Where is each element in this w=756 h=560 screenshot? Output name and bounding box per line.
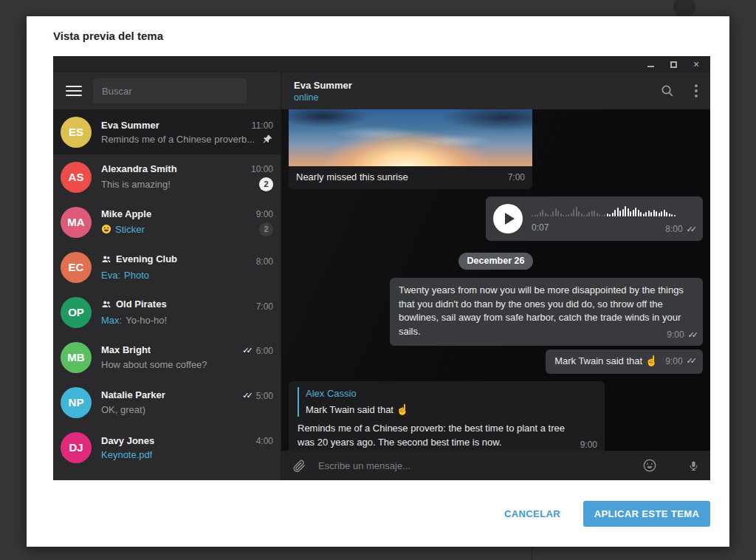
point-up-emoji: ☝	[645, 355, 658, 366]
voice-waveform[interactable]	[532, 203, 693, 216]
photo-message[interactable]: Nearly missed this sunrise 7:00	[289, 109, 532, 189]
emoji-icon[interactable]	[642, 458, 657, 473]
dimmed-background-avatar	[673, 0, 695, 18]
microphone-icon[interactable]	[688, 458, 699, 474]
search-input[interactable]	[102, 86, 238, 97]
telegram-preview-window: × ES Eva Summer	[53, 56, 710, 480]
read-checkmarks-icon: ✓✓	[687, 224, 694, 236]
quoted-text: Mark Twain said that ☝	[306, 403, 596, 417]
smiley-emoji	[101, 224, 111, 234]
snippet-text: Keynote.pdf	[101, 449, 152, 460]
chat-list-sidebar: ES Eva Summer 11:00 Reminds me of a Chin…	[53, 72, 281, 480]
kebab-menu-icon[interactable]	[695, 84, 698, 98]
search-box[interactable]	[93, 78, 247, 103]
message-time: 9:00	[667, 329, 684, 341]
snippet-text: Yo-ho-ho!	[126, 315, 167, 326]
chat-time: 5:00	[256, 391, 273, 401]
chat-list-item[interactable]: OP Old Pirates 7:00	[53, 290, 281, 335]
pin-icon	[262, 134, 273, 145]
chat-snippet: OK, great)	[101, 404, 145, 415]
chat-list-item[interactable]: ES Eva Summer 11:00 Reminds me of a Chin…	[53, 109, 281, 154]
chat-list-item[interactable]: NP Natalie Parker ✓✓ 5:00 OK, great)	[53, 380, 281, 425]
sidebar-topbar	[53, 72, 281, 109]
conversation-panel: Eva Summer online	[281, 72, 710, 480]
maximize-icon[interactable]	[669, 60, 678, 69]
chat-name: Old Pirates	[116, 298, 167, 310]
chat-name: Natalie Parker	[101, 389, 165, 400]
snippet-sender: Max:	[101, 315, 122, 326]
snippet-text: This is amazing!	[101, 179, 171, 190]
chat-name: Eva Summer	[101, 120, 159, 131]
read-checkmarks-icon: ✓✓	[687, 355, 694, 367]
chat-header: Eva Summer online	[281, 72, 710, 109]
chat-list-item[interactable]: AS Alexandra Smith 10:00 This is amazing…	[53, 154, 281, 199]
quoted-message[interactable]: Alex Cassio Mark Twain said that ☝	[298, 387, 596, 417]
reply-message[interactable]: Alex Cassio Mark Twain said that ☝ Remin…	[289, 381, 605, 451]
read-checkmarks-icon: ✓✓	[242, 391, 252, 400]
peer-status: online	[294, 92, 661, 103]
play-button[interactable]	[493, 204, 523, 233]
read-checkmarks-icon: ✓✓	[688, 329, 695, 341]
chat-list-item[interactable]: EC Evening Club 8:00	[53, 245, 281, 290]
avatar: AS	[61, 162, 92, 193]
message-text: Mark Twain said that ☝	[554, 354, 658, 369]
message-input[interactable]	[318, 460, 630, 471]
attachment-icon[interactable]	[292, 459, 306, 473]
chat-name: Mike Apple	[101, 208, 151, 219]
sunrise-photo[interactable]	[289, 109, 532, 166]
window-titlebar: ×	[53, 56, 710, 72]
chat-snippet: This is amazing!	[101, 179, 171, 190]
chat-time: 9:00	[256, 209, 273, 219]
voice-duration: 0:07	[532, 222, 549, 234]
chat-name: Evening Club	[116, 253, 177, 264]
close-icon[interactable]: ×	[692, 60, 701, 69]
window-controls: ×	[646, 56, 710, 72]
message-history: Nearly missed this sunrise 7:00 0:07 8:0…	[281, 109, 710, 451]
chat-snippet: Eva: Photo	[101, 270, 149, 281]
message-text: Reminds me of a Chinese proverb: the bes…	[298, 422, 596, 449]
message-time: 9:00	[580, 439, 597, 451]
message-time: 7:00	[508, 171, 525, 184]
text-message[interactable]: Mark Twain said that ☝ 9:00 ✓✓	[546, 349, 703, 374]
avatar: MB	[61, 342, 92, 373]
message-text: Twenty years from now you will be more d…	[399, 284, 694, 338]
photo-caption: Nearly missed this sunrise	[296, 171, 408, 184]
snippet-text: OK, great)	[101, 404, 145, 415]
chat-time: 6:00	[256, 346, 273, 356]
point-up-emoji: ☝	[396, 403, 409, 415]
avatar: OP	[61, 297, 92, 328]
chat-list-item[interactable]: MB Max Bright ✓✓ 6:00 How about some cof…	[53, 335, 281, 380]
cancel-button[interactable]: CANCELAR	[498, 501, 567, 527]
chat-time: 7:00	[256, 301, 273, 312]
read-checkmarks-icon: ✓✓	[242, 346, 252, 355]
unread-badge: 2	[259, 177, 273, 191]
quoted-author: Alex Cassio	[306, 387, 596, 400]
avatar: ES	[61, 117, 92, 148]
chat-list-item[interactable]: DJ Davy Jones 4:00 Keynote.pdf	[53, 425, 281, 470]
chat-snippet: How about some coffee?	[101, 359, 207, 370]
avatar: MA	[61, 207, 92, 238]
minimize-icon[interactable]	[646, 60, 655, 69]
date-divider: December 26	[458, 253, 534, 270]
chat-name: Davy Jones	[101, 435, 154, 446]
chat-name: Alexandra Smith	[101, 163, 177, 174]
chat-list-item[interactable]: MA Mike Apple 9:00	[53, 199, 281, 245]
dimmed-background-divider	[532, 547, 532, 560]
unread-badge: 2	[259, 222, 273, 236]
text-message[interactable]: Twenty years from now you will be more d…	[390, 278, 703, 346]
peer-info[interactable]: Eva Summer online	[294, 80, 661, 103]
voice-message[interactable]: 0:07 8:00 ✓✓	[486, 197, 703, 241]
search-icon[interactable]	[661, 84, 674, 98]
snippet-text: How about some coffee?	[101, 359, 207, 370]
group-icon	[101, 299, 111, 310]
avatar: EC	[61, 252, 92, 283]
chat-time: 10:00	[251, 164, 273, 174]
snippet-sender: Eva:	[101, 270, 120, 281]
hamburger-menu-icon[interactable]	[66, 86, 82, 97]
message-time: 8:00	[665, 223, 682, 236]
apply-theme-button[interactable]: APLICAR ESTE TEMA	[583, 501, 710, 527]
chat-time: 11:00	[252, 120, 273, 131]
chat-snippet: Sticker	[101, 224, 145, 235]
avatar: NP	[61, 387, 92, 418]
chat-snippet: Max: Yo-ho-ho!	[101, 315, 167, 326]
